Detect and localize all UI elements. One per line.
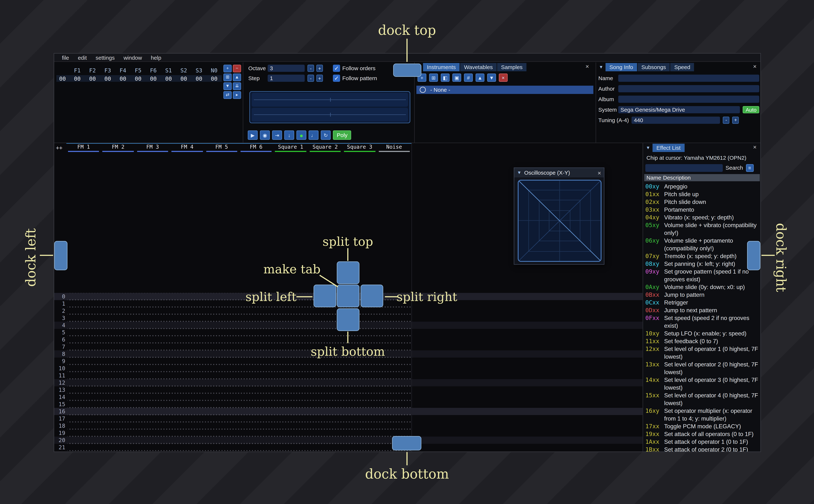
effect-row-06xy[interactable]: 06xyVolume slide + portamento (compatibi… xyxy=(645,237,759,252)
effect-row-0Fxx[interactable]: 0FxxSet speed (speed 2 if no grooves exi… xyxy=(645,314,759,329)
instrument-duplicate-button[interactable]: ⊞ xyxy=(429,74,438,82)
octave-increase-button[interactable]: + xyxy=(316,65,323,72)
effect-row-15xx[interactable]: 15xxSet level of operator 4 (0 highest, … xyxy=(645,391,759,407)
metronome-button[interactable]: ♩ xyxy=(308,130,318,140)
pattern-row-17[interactable]: 17 xyxy=(54,415,643,422)
dock-top-target[interactable] xyxy=(393,64,422,77)
orders-value-S2[interactable]: 00 xyxy=(176,76,191,82)
step-increase-button[interactable]: + xyxy=(316,75,323,82)
pattern-row-15[interactable]: 15 xyxy=(54,401,643,408)
step-input[interactable]: 1 xyxy=(268,75,305,82)
channel-header-fm-4[interactable]: FM 4 xyxy=(170,144,204,152)
effect-row-07xy[interactable]: 07xyTremolo (x: speed; y: depth) xyxy=(645,252,759,260)
orders-row-number[interactable]: 00 xyxy=(56,76,70,82)
row-empty-cells[interactable] xyxy=(67,429,412,437)
effect-row-01xx[interactable]: 01xxPitch slide up xyxy=(645,190,759,198)
orders-value-F5[interactable]: 00 xyxy=(130,76,146,82)
effect-row-05xy[interactable]: 05xyVolume slide + vibrato (compatibilit… xyxy=(645,221,759,237)
channel-header-fm-5[interactable]: FM 5 xyxy=(204,144,239,152)
orders-edit-mode-button[interactable]: ▸ xyxy=(233,91,241,99)
dock-left-target[interactable] xyxy=(54,241,67,270)
system-value[interactable]: Sega Genesis/Mega Drive xyxy=(618,106,740,113)
channel-header-fm-3[interactable]: FM 3 xyxy=(135,144,170,152)
pattern-row-19[interactable]: 19 xyxy=(54,429,643,437)
effect-row-11xx[interactable]: 11xxSet feedback (0 to 7) xyxy=(645,337,759,345)
instruments-close-icon[interactable]: × xyxy=(584,63,591,70)
orders-value-S1[interactable]: 00 xyxy=(161,76,176,82)
system-auto-button[interactable]: Auto xyxy=(743,106,759,113)
tuning-input[interactable]: 440 xyxy=(632,116,720,124)
repeat-pattern-button[interactable]: ↻ xyxy=(321,130,331,140)
effect-row-14xx[interactable]: 14xxSet level of operator 3 (0 highest, … xyxy=(645,376,759,391)
row-empty-cells[interactable] xyxy=(67,293,412,300)
row-empty-cells[interactable] xyxy=(67,408,412,415)
orders-duplicate-button[interactable]: ⊞ xyxy=(223,74,232,81)
orders-duplicate-end-button[interactable]: ⇊ xyxy=(233,82,241,90)
octave-decrease-button[interactable]: - xyxy=(307,65,314,72)
row-empty-cells[interactable] xyxy=(67,336,412,343)
orders-value-N0[interactable]: 00 xyxy=(207,76,222,82)
pattern-row-13[interactable]: 13 xyxy=(54,386,643,393)
effect-row-00xy[interactable]: 00xyArpeggio xyxy=(645,182,759,190)
split-right-target[interactable] xyxy=(360,285,383,307)
name-input[interactable] xyxy=(618,74,759,82)
effect-row-13xx[interactable]: 13xxSet level of operator 2 (0 highest, … xyxy=(645,360,759,376)
row-empty-cells[interactable] xyxy=(67,437,412,444)
pattern-row-11[interactable]: 11 xyxy=(54,372,643,379)
tab-wavetables[interactable]: Wavetables xyxy=(460,63,497,71)
play-button[interactable]: ▶ xyxy=(248,130,258,140)
channel-header-fm-6[interactable]: FM 6 xyxy=(239,144,273,152)
row-empty-cells[interactable] xyxy=(67,444,412,451)
pattern-row-6[interactable]: 6 xyxy=(54,336,643,343)
pattern-row-9[interactable]: 9 xyxy=(54,358,643,365)
effectlist-close-icon[interactable]: × xyxy=(752,144,758,150)
tab-samples[interactable]: Samples xyxy=(497,63,527,71)
step-decrease-button[interactable]: - xyxy=(307,75,314,82)
effect-row-16xy[interactable]: 16xySet operator multiplier (x: operator… xyxy=(645,407,759,422)
step-one-row-button[interactable]: ↓ xyxy=(284,130,294,140)
orders-value-F3[interactable]: 00 xyxy=(100,76,115,82)
make-tab-target[interactable] xyxy=(337,285,359,307)
songinfo-close-icon[interactable]: × xyxy=(752,63,758,70)
instrument-save-button[interactable]: ▣ xyxy=(452,74,461,82)
channel-header-noise[interactable]: Noise xyxy=(377,144,412,152)
follow-orders-checkbox[interactable]: ✓ xyxy=(333,65,340,72)
instrument-delete-button[interactable]: × xyxy=(499,74,508,82)
effect-row-0Cxx[interactable]: 0CxxRetrigger xyxy=(645,298,759,306)
orders-move-down-button[interactable]: ▼ xyxy=(223,82,232,90)
row-empty-cells[interactable] xyxy=(67,415,412,422)
orders-value-F4[interactable]: 00 xyxy=(115,76,131,82)
orders-value-F1[interactable]: 00 xyxy=(70,76,85,82)
orders-value-S3[interactable]: 00 xyxy=(191,76,207,82)
effect-row-08xy[interactable]: 08xySet panning (x: left; y: right) xyxy=(645,260,759,267)
oscilloscope-title-bar[interactable]: ▼ Oscilloscope (X-Y) × xyxy=(514,168,604,177)
pattern-row-16[interactable]: 16 xyxy=(54,408,643,415)
effect-row-17xx[interactable]: 17xxToggle PCM mode (LEGACY) xyxy=(645,422,759,430)
effectlist-collapse-icon[interactable]: ▼ xyxy=(646,145,650,150)
effect-row-0Bxx[interactable]: 0BxxJump to pattern xyxy=(645,291,759,298)
effect-row-1Bxx[interactable]: 1BxxSet attack of operator 2 (0 to 1F) xyxy=(645,445,759,452)
menu-window[interactable]: window xyxy=(123,55,142,61)
channel-header-square-2[interactable]: Square 2 xyxy=(308,144,342,152)
play-once-button[interactable]: ⇥ xyxy=(272,130,282,140)
tab-effect-list[interactable]: Effect List xyxy=(653,144,684,152)
pattern-expand-button[interactable]: ++ xyxy=(56,145,62,151)
channel-header-square-3[interactable]: Square 3 xyxy=(342,144,377,152)
instrument-move-down-button[interactable]: ▼ xyxy=(487,74,496,82)
pattern-row-12[interactable]: 12 xyxy=(54,379,643,386)
menu-help[interactable]: help xyxy=(151,55,161,61)
pattern-row-10[interactable]: 10 xyxy=(54,365,643,372)
orders-add-button[interactable]: + xyxy=(223,65,232,72)
orders-change-all-button[interactable]: ⇄ xyxy=(223,91,232,99)
row-empty-cells[interactable] xyxy=(67,314,412,322)
row-empty-cells[interactable] xyxy=(67,401,412,408)
author-input[interactable] xyxy=(618,85,759,92)
effect-row-19xx[interactable]: 19xxSet attack of all operators (0 to 1F… xyxy=(645,430,759,438)
pattern-row-20[interactable]: 20 xyxy=(54,437,643,444)
instrument-move-up-button[interactable]: ▲ xyxy=(476,74,485,82)
tab-speed[interactable]: Speed xyxy=(670,63,694,71)
instrument-toggle-folders-button[interactable]: # xyxy=(464,74,473,82)
edit-record-toggle-button[interactable]: ● xyxy=(296,130,306,140)
row-empty-cells[interactable] xyxy=(67,358,412,365)
orders-value-row[interactable]: 0000000000000000000000 xyxy=(56,75,222,82)
